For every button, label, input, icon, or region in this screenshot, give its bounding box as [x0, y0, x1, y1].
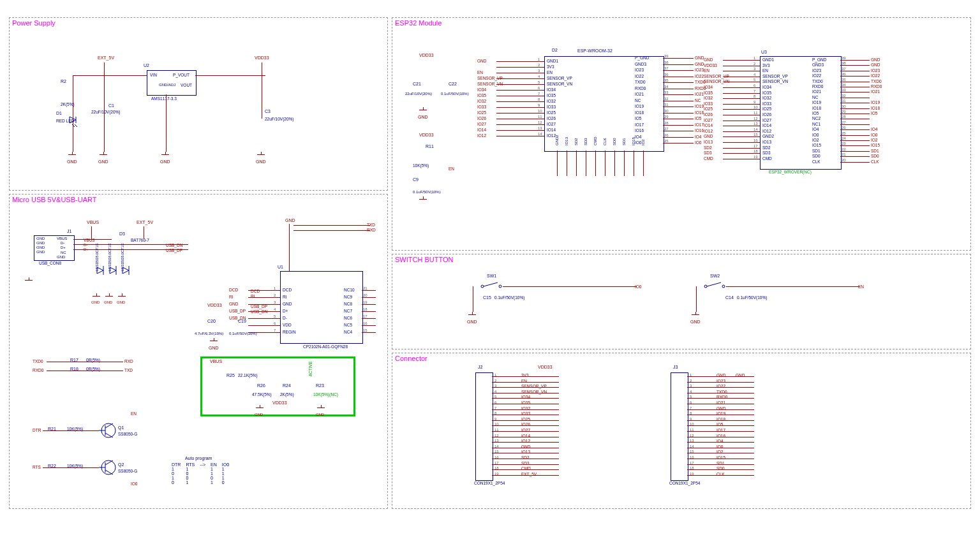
- highlight-box: [200, 356, 355, 416]
- sheet-title: Connector: [395, 355, 427, 362]
- net-vdd33: VDD33: [255, 55, 269, 60]
- val-u1: CP2102N-A01-GQFN28: [303, 344, 348, 349]
- gnd-icon: [161, 152, 170, 158]
- refdes-j1: J1: [67, 229, 71, 233]
- ic-wrover: [760, 56, 842, 170]
- svg-marker-0: [70, 117, 76, 123]
- svg-line-19: [105, 470, 113, 474]
- pin-vin: VIN: [150, 73, 157, 77]
- esp32-sheet: ESP32 Module D2 VDD33 C21 22uF/10V(20%) …: [392, 17, 971, 251]
- ic-j3: [671, 372, 688, 481]
- gnd-icon: [68, 152, 77, 158]
- usb-uart-sheet: Micro USB 5V&USB-UART J1 USB_CON8 GND GN…: [9, 194, 388, 509]
- val-d3: BAT760-7: [131, 238, 149, 242]
- refdes-c3: C3: [265, 109, 271, 114]
- power-supply-sheet: Power Supply EXT_5V VDD33 U2 VIN GND/ADJ…: [9, 17, 388, 191]
- refdes-c1: C1: [108, 103, 114, 108]
- sheet-title: SWITCH BUTTON: [395, 256, 453, 263]
- svg-line-22: [484, 283, 498, 286]
- net-vdd33: VDD33: [207, 303, 222, 307]
- val-j1: USB_CON8: [39, 261, 61, 265]
- refdes-d3: D3: [119, 231, 125, 236]
- sheet-title: Micro USB 5V&USB-UART: [12, 196, 96, 203]
- gnd-label: GND: [67, 159, 77, 164]
- switch-sheet: SWITCH BUTTON SW1 SW2 IO0 EN C15 0.1uF/5…: [392, 254, 971, 349]
- ic-j2: [475, 372, 493, 481]
- svg-line-25: [707, 283, 721, 286]
- connector-sheet: Connector J2 J3 VDD33 13V32EN3SENSOR_VP4…: [392, 353, 971, 509]
- switch-icon: [702, 280, 727, 290]
- net-ext5v: EXT_5V: [137, 220, 153, 224]
- refdes-r2: R2: [61, 79, 66, 84]
- svg-point-23: [704, 285, 707, 288]
- svg-line-18: [105, 460, 113, 465]
- sheet-title: ESP32 Module: [395, 19, 442, 27]
- svg-point-21: [499, 285, 501, 288]
- val-c3: 22uF/10V(20%): [265, 117, 294, 121]
- svg-line-13: [105, 423, 113, 428]
- net-ext5v: EXT_5V: [98, 55, 114, 60]
- svg-line-2: [72, 124, 75, 127]
- net-vbus: VBUS: [87, 220, 99, 224]
- refdes-u1: U1: [278, 265, 283, 269]
- sheet-title: Power Supply: [12, 19, 56, 27]
- pin-vout: VOUT: [181, 83, 192, 87]
- led-icon: [67, 117, 80, 128]
- svg-line-14: [105, 433, 113, 437]
- refdes-u2: U2: [144, 63, 149, 68]
- tvs-icon: [96, 261, 140, 286]
- pin-adj: GND/ADJ: [159, 83, 175, 87]
- gnd-icon: [257, 152, 266, 158]
- transistor-icon: [99, 421, 118, 440]
- gnd-icon: [100, 152, 108, 158]
- transistor-icon: [99, 458, 118, 477]
- svg-point-20: [481, 285, 484, 288]
- switch-icon: [479, 280, 504, 290]
- val-c1: 22uF/10V(20%): [91, 110, 121, 114]
- refdes-d2: D2: [552, 48, 558, 52]
- svg-line-3: [75, 124, 77, 127]
- val-u2: AMS1117-3.3: [151, 96, 177, 101]
- pin-pvout: P_VOUT: [173, 73, 189, 77]
- svg-point-24: [722, 285, 725, 288]
- val-r2: 2K(5%): [61, 102, 75, 107]
- auto-program-table: DTRRTS-->ENIO0 1111001110010110: [169, 462, 232, 485]
- refdes-d1: D1: [56, 111, 62, 115]
